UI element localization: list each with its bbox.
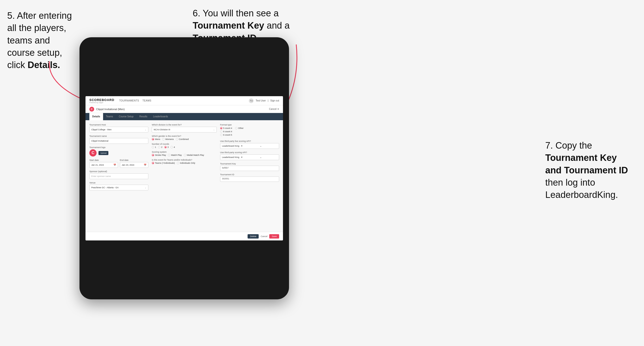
end-date-label: End date xyxy=(120,159,148,161)
scoring-medal-label: Medal Match Play xyxy=(187,154,204,156)
venue-input[interactable]: Peachtree GC - Atlanta - GA ⌄ xyxy=(89,185,148,190)
start-date-value: Jan 21, 2024 xyxy=(91,164,104,166)
rounds-4-radio[interactable] xyxy=(170,146,173,148)
format-6count5[interactable]: 6 count 5 xyxy=(220,134,232,136)
rounds-2-radio[interactable] xyxy=(158,146,160,148)
calendar-icon-end: 📅 xyxy=(144,164,146,166)
annotation-left-line3: teams and xyxy=(7,35,50,45)
upload-button[interactable]: Upload xyxy=(98,151,108,155)
host-input[interactable]: Clippd College - Men ⌄ xyxy=(89,127,148,133)
teams-individuals-radio[interactable] xyxy=(177,162,179,164)
annotation-left-line1: 5. After entering xyxy=(7,10,72,21)
scoring-medal[interactable]: Medal Match Play xyxy=(184,154,204,156)
tournament-id-label: Tournament ID xyxy=(220,173,279,176)
format-other-label: Other xyxy=(238,127,244,129)
rounds-4[interactable]: 4 xyxy=(170,146,175,148)
cancel-button[interactable]: Cancel xyxy=(260,235,267,238)
format-6count4-radio[interactable] xyxy=(220,130,222,133)
gender-mens-label: Mens xyxy=(155,138,160,140)
division-label: Which division is the event for? xyxy=(152,124,217,126)
tournament-key-group: Tournament Key 6ef6b7 xyxy=(220,163,279,171)
delete-button[interactable]: Delete xyxy=(248,234,259,238)
rounds-2[interactable]: 2 xyxy=(158,146,162,148)
start-date-input[interactable]: Jan 21, 2024 📅 xyxy=(89,162,118,168)
logo-label: Tournament logo xyxy=(89,146,148,149)
tab-course-setup[interactable]: Course Setup xyxy=(116,113,136,120)
tabs-bar: Details Teams Course Setup Results Leade… xyxy=(86,113,283,120)
teams-options: Teams (+Individuals) Individuals Only xyxy=(152,162,217,164)
gender-womens[interactable]: Womens xyxy=(162,138,174,140)
gender-mens-radio[interactable] xyxy=(152,138,154,140)
rounds-3-radio[interactable] xyxy=(164,146,167,148)
tournament-title: Clippd Invitational (Men) xyxy=(96,108,125,111)
name-input[interactable]: Clippd Invitational xyxy=(89,138,148,144)
annotation-right-line1: 7. Copy the xyxy=(545,140,592,151)
gender-combined[interactable]: Combined xyxy=(176,138,189,140)
teams-field-group: Is this event for Teams and/or Individua… xyxy=(152,159,217,164)
api2-input[interactable]: Leaderboard King ✕ ⌄ xyxy=(220,154,279,160)
form-middle-col: Which division is the event for? NCAA Di… xyxy=(152,124,217,228)
host-field-group: Tournament Host Clippd College - Men ⌄ xyxy=(89,124,148,133)
scoring-stroke[interactable]: Stroke Play xyxy=(152,154,166,156)
nav-teams[interactable]: TEAMS xyxy=(142,99,151,102)
teams-individuals[interactable]: Individuals Only xyxy=(177,162,195,164)
gender-combined-radio[interactable] xyxy=(176,138,178,140)
tablet-screen: SCOREBOARD Powered by clippd TOURNAMENTS… xyxy=(86,96,283,240)
format-6count4-label: 6 count 4 xyxy=(223,130,232,133)
scoring-match-radio[interactable] xyxy=(168,154,170,156)
nav-tournaments[interactable]: TOURNAMENTS xyxy=(119,99,139,102)
format-5count4-label: 5 count 4 xyxy=(223,127,232,129)
teams-plus-radio[interactable] xyxy=(152,162,154,164)
sponsor-input[interactable]: Enter sponsor name xyxy=(89,173,148,179)
annotation-top-line1: 6. You will then see a xyxy=(193,8,279,18)
host-value: Clippd College - Men xyxy=(91,128,112,131)
venue-value: Peachtree GC - Atlanta - GA xyxy=(91,186,119,189)
rounds-1-radio[interactable] xyxy=(152,146,154,148)
sign-out-link[interactable]: Sign out xyxy=(270,99,279,102)
user-name: Test User xyxy=(256,99,266,102)
api1-label: Use third-party live scoring API? xyxy=(220,140,279,142)
format-other-radio[interactable] xyxy=(235,127,238,129)
rounds-3[interactable]: 3 xyxy=(164,146,168,148)
format-6count5-radio[interactable] xyxy=(220,134,222,136)
format-5count4-radio[interactable] xyxy=(220,127,222,129)
gender-mens[interactable]: Mens xyxy=(152,138,160,140)
logo-sub-text: Powered by clippd xyxy=(89,102,114,103)
division-input[interactable]: NCAA Division III ⌄ xyxy=(152,127,217,133)
format-col-2: Other xyxy=(235,127,244,136)
tab-results[interactable]: Results xyxy=(136,113,150,120)
tab-leaderboards[interactable]: Leaderboards xyxy=(150,113,171,120)
tournament-bar: C Clippd Invitational (Men) Cancel ✕ xyxy=(86,105,283,113)
end-date-input[interactable]: Jan 23, 2024 📅 xyxy=(120,162,148,168)
save-button[interactable]: Save xyxy=(269,234,279,238)
annotation-top-line2: and a xyxy=(264,20,290,30)
tab-details[interactable]: Details xyxy=(89,113,103,120)
gender-options: Mens Womens Combined xyxy=(152,138,217,140)
format-6count4[interactable]: 6 count 4 xyxy=(220,130,232,133)
api2-clear-icon[interactable]: ✕ xyxy=(240,156,260,159)
gender-womens-radio[interactable] xyxy=(162,138,164,140)
annotation-right-line2: and Tournament ID xyxy=(545,165,628,175)
scoring-options: Stroke Play Match Play Medal Match Play xyxy=(152,154,217,156)
app-header: SCOREBOARD Powered by clippd TOURNAMENTS… xyxy=(86,96,283,105)
logo-upload: C Upload xyxy=(89,149,148,157)
cancel-link[interactable]: Cancel ✕ xyxy=(269,108,279,110)
format-5count4[interactable]: 5 count 4 xyxy=(220,127,232,129)
format-other[interactable]: Other xyxy=(235,127,244,129)
scoreboard-logo: SCOREBOARD Powered by clippd xyxy=(89,98,114,103)
gender-field-group: Which gender is the event for? Mens Wome… xyxy=(152,135,217,140)
gender-womens-label: Womens xyxy=(165,138,174,140)
scoring-stroke-radio[interactable] xyxy=(152,154,154,156)
sponsor-field-group: Sponsor (optional) Enter sponsor name xyxy=(89,170,148,179)
tab-teams[interactable]: Teams xyxy=(103,113,116,120)
api1-input[interactable]: Leaderboard King ✕ ⌄ xyxy=(220,143,279,149)
format-col-1: 5 count 4 6 count 4 6 count 5 xyxy=(220,127,232,136)
scoring-medal-radio[interactable] xyxy=(184,154,186,156)
scoring-match[interactable]: Match Play xyxy=(168,154,182,156)
division-value: NCAA Division III xyxy=(154,128,170,131)
tablet-device: SCOREBOARD Powered by clippd TOURNAMENTS… xyxy=(80,37,289,299)
teams-plus[interactable]: Teams (+Individuals) xyxy=(152,162,175,164)
api1-clear-icon[interactable]: ✕ xyxy=(240,145,260,147)
logo-field-group: Tournament logo C Upload xyxy=(89,146,148,157)
rounds-1[interactable]: 1 xyxy=(152,146,156,148)
